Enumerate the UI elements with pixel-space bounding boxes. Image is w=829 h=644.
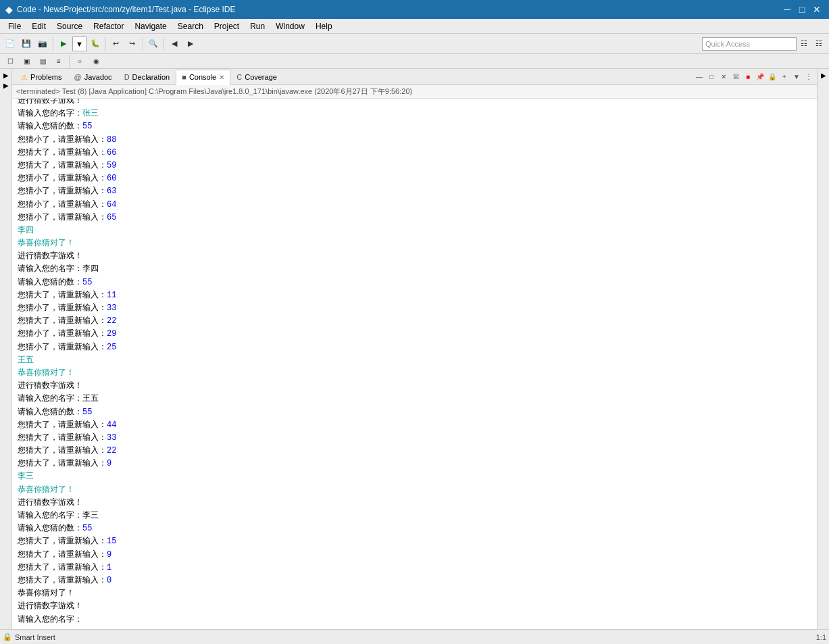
minimize-button[interactable]: ─ <box>780 3 794 16</box>
menu-window[interactable]: Window <box>270 20 310 32</box>
view-menu-btn[interactable]: ⋮ <box>803 72 814 82</box>
menu-search[interactable]: Search <box>172 20 209 32</box>
tab-console[interactable]: ■ Console ✕ <box>176 70 230 85</box>
next-btn[interactable]: ▶ <box>183 36 198 51</box>
save-button[interactable]: 💾 <box>19 36 34 51</box>
console-line: 李三 <box>18 470 811 483</box>
console-line: 您猜大了，请重新输入：44 <box>18 419 811 432</box>
menu-project[interactable]: Project <box>209 20 245 32</box>
menu-run[interactable]: Run <box>245 20 270 32</box>
search-btn[interactable]: 🔍 <box>146 36 161 51</box>
console-header-text: <terminated> Test (8) [Java Application]… <box>16 86 412 97</box>
perspective-btn[interactable]: ☷ <box>797 36 811 51</box>
console-line: 您猜大了，请重新输入：15 <box>18 535 811 548</box>
left-gutter: ▶ ▶ <box>0 69 12 629</box>
print-button[interactable]: 📷 <box>35 36 50 51</box>
console-line: 您猜小了，请重新输入：25 <box>18 341 811 354</box>
undo-button[interactable]: ↩ <box>109 36 124 51</box>
t2-btn5[interactable]: ○ <box>72 54 87 69</box>
console-line: 请输入您的名字：李四 <box>18 263 811 276</box>
console-line: 进行猜数字游戏！ <box>18 600 811 613</box>
console-clear-btn[interactable]: ☒ <box>730 72 741 82</box>
status-insert: Smart Insert <box>15 633 55 641</box>
tab-bar: ⚠ Problems @ Javadoc D Declaration ■ Con… <box>12 69 817 85</box>
console-line: 李四 <box>18 224 811 237</box>
main-area: ▶ ▶ ⚠ Problems @ Javadoc D Declaration ■… <box>0 69 829 629</box>
menu-edit[interactable]: Edit <box>26 20 51 32</box>
t2-btn2[interactable]: ▣ <box>19 54 34 69</box>
console-stop-btn[interactable]: ■ <box>743 72 753 82</box>
console-area: ⚠ Problems @ Javadoc D Declaration ■ Con… <box>12 69 817 629</box>
sep2 <box>105 37 106 51</box>
console-line: 请输入您猜的数：55 <box>18 406 811 419</box>
tab-problems[interactable]: ⚠ Problems <box>15 69 68 84</box>
console-line: 进行猜数字游戏！ <box>18 99 811 107</box>
prev-btn[interactable]: ◀ <box>167 36 182 51</box>
console-line: 您猜大了，请重新输入：9 <box>18 549 811 562</box>
menu-navigate[interactable]: Navigate <box>129 20 172 32</box>
console-line: 进行猜数字游戏！ <box>18 497 811 510</box>
console-line: 您猜大了，请重新输入：1 <box>18 562 811 574</box>
tab-declaration-label: Declaration <box>132 73 170 81</box>
run-button[interactable]: ▶ <box>56 36 71 51</box>
tab-minimize-btn[interactable]: — <box>694 72 705 82</box>
debug-button[interactable]: 🐛 <box>88 36 103 51</box>
t2-btn1[interactable]: ☐ <box>3 54 18 69</box>
maximize-button[interactable]: □ <box>795 3 809 16</box>
sep3 <box>143 37 143 51</box>
console-line: 您猜大了，请重新输入：22 <box>18 445 811 457</box>
console-line: 请输入您猜的数：55 <box>18 522 811 535</box>
menu-refactor[interactable]: Refactor <box>88 20 129 32</box>
console-line: 您猜小了，请重新输入：29 <box>18 328 811 341</box>
tab-coverage-icon: C <box>236 73 242 81</box>
view-btn[interactable]: ☷ <box>811 36 826 51</box>
console-line: 您猜小了，请重新输入：63 <box>18 185 811 198</box>
console-menu-btn[interactable]: ▼ <box>791 72 802 82</box>
tab-coverage[interactable]: C Coverage <box>230 69 283 84</box>
quick-access-label: Quick Access <box>705 40 750 48</box>
title-bar-controls: ─ □ ✕ <box>780 3 824 16</box>
console-scroll-lock-btn[interactable]: 🔒 <box>767 72 778 82</box>
tab-close-btn[interactable]: ✕ <box>718 72 729 82</box>
console-output[interactable]: 进行猜数字游戏！请输入您的名字：张三请输入您猜的数：55您猜小了，请重新输入：8… <box>12 99 817 629</box>
tab-maximize-btn[interactable]: □ <box>706 72 717 82</box>
gutter-icon-2[interactable]: ▶ <box>3 82 9 89</box>
tab-problems-label: Problems <box>30 73 61 81</box>
title-bar-left: ◆ Code - NewsProject/src/com/zy/item1/Te… <box>5 4 235 15</box>
redo-button[interactable]: ↪ <box>125 36 140 51</box>
run-dropdown[interactable]: ▼ <box>72 36 86 51</box>
menu-source[interactable]: Source <box>51 20 88 32</box>
gutter-icon-1[interactable]: ▶ <box>3 72 9 79</box>
menu-help[interactable]: Help <box>310 20 338 32</box>
console-line: 您猜小了，请重新输入：88 <box>18 134 811 147</box>
console-line: 您猜大了，请重新输入：33 <box>18 432 811 445</box>
right-gutter-icon-1[interactable]: ▶ <box>821 72 826 79</box>
console-line: 您猜小了，请重新输入：65 <box>18 212 811 224</box>
main-toolbar: 📄 💾 📷 ▶ ▼ 🐛 ↩ ↪ 🔍 ◀ ▶ Quick Access ☷ ☷ <box>0 34 829 54</box>
status-bar: 🔒 Smart Insert 1:1 <box>0 629 829 644</box>
console-line: 恭喜你猜对了！ <box>18 484 811 497</box>
app-icon: ◆ <box>5 4 13 15</box>
tab-javadoc[interactable]: @ Javadoc <box>68 69 118 84</box>
console-new-btn[interactable]: + <box>779 72 790 82</box>
console-line: 您猜大了，请重新输入：9 <box>18 457 811 470</box>
t2-btn4[interactable]: ≡ <box>51 54 66 69</box>
console-line: 请输入您猜的数：55 <box>18 276 811 289</box>
console-line: 进行猜数字游戏！ <box>18 380 811 393</box>
t2-sep1 <box>69 55 70 68</box>
tab-declaration[interactable]: D Declaration <box>118 69 176 84</box>
title-text: Code - NewsProject/src/com/zy/item1/Test… <box>17 5 235 14</box>
menu-file[interactable]: File <box>3 20 26 32</box>
new-button[interactable]: 📄 <box>3 36 18 51</box>
sep1 <box>53 37 53 51</box>
console-pin-btn[interactable]: 📌 <box>755 72 765 82</box>
t2-btn3[interactable]: ▤ <box>35 54 50 69</box>
t2-btn6[interactable]: ◉ <box>89 54 103 69</box>
close-button[interactable]: ✕ <box>810 3 824 16</box>
tab-javadoc-label: Javadoc <box>84 73 112 81</box>
tab-javadoc-icon: @ <box>74 73 81 81</box>
tab-console-icon: ■ <box>182 73 186 81</box>
tab-console-close[interactable]: ✕ <box>219 74 224 81</box>
tab-console-label: Console <box>189 73 216 81</box>
quick-access-box[interactable]: Quick Access <box>702 37 797 51</box>
